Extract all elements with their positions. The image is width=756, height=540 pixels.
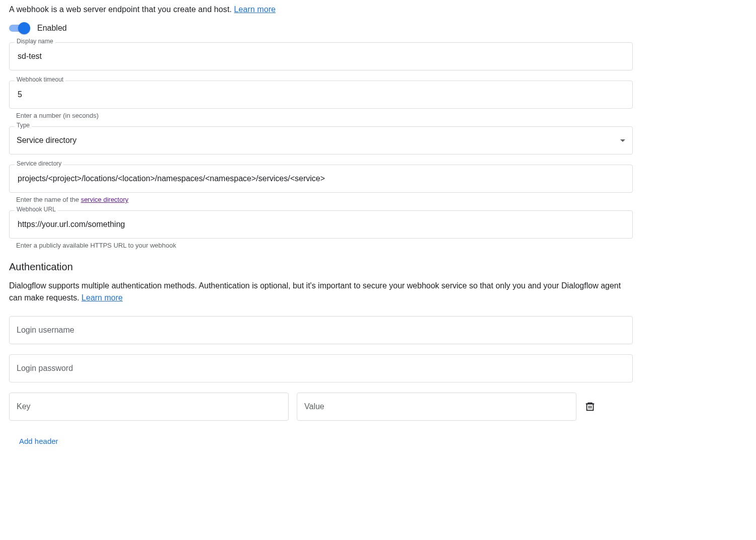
timeout-input[interactable] (17, 90, 625, 100)
service-directory-link[interactable]: service directory (81, 196, 129, 203)
webhook-url-helper: Enter a publicly available HTTPS URL to … (16, 242, 747, 249)
display-name-input[interactable] (17, 51, 625, 61)
display-name-field[interactable]: Display name (9, 42, 633, 70)
type-value: Service directory (17, 136, 616, 145)
header-value-input[interactable] (297, 393, 576, 421)
trash-icon[interactable] (584, 401, 596, 412)
type-select[interactable]: Type Service directory (9, 126, 633, 155)
timeout-field[interactable]: Webhook timeout (9, 81, 633, 109)
header-key-input[interactable] (9, 393, 289, 421)
webhook-url-field[interactable]: Webhook URL (9, 210, 633, 239)
type-label: Type (15, 122, 32, 128)
service-directory-label: Service directory (15, 161, 63, 167)
svg-rect-0 (587, 404, 594, 411)
sd-helper-prefix: Enter the name of the (16, 196, 81, 203)
service-directory-helper: Enter the name of the service directory (16, 196, 747, 203)
intro-text-span: A webhook is a web server endpoint that … (9, 5, 234, 14)
service-directory-field[interactable]: Service directory (9, 165, 633, 193)
display-name-label: Display name (15, 38, 55, 44)
timeout-helper: Enter a number (in seconds) (16, 112, 747, 119)
auth-learn-more-link[interactable]: Learn more (81, 293, 123, 302)
webhook-url-label: Webhook URL (15, 206, 58, 212)
auth-title: Authentication (9, 261, 747, 273)
header-row (9, 393, 747, 421)
webhook-url-input[interactable] (17, 219, 625, 229)
intro-text: A webhook is a web server endpoint that … (9, 5, 747, 14)
timeout-label: Webhook timeout (15, 76, 65, 83)
enabled-toggle[interactable] (9, 23, 31, 33)
chevron-down-icon (620, 139, 625, 142)
auth-desc: Dialogflow supports multiple authenticat… (9, 280, 633, 304)
add-header-button[interactable]: Add header (9, 433, 68, 449)
enabled-label: Enabled (37, 24, 67, 33)
login-password-input[interactable] (9, 354, 633, 382)
toggle-thumb (18, 22, 30, 34)
learn-more-link[interactable]: Learn more (234, 5, 276, 14)
login-username-input[interactable] (9, 316, 633, 344)
service-directory-input[interactable] (17, 174, 625, 184)
